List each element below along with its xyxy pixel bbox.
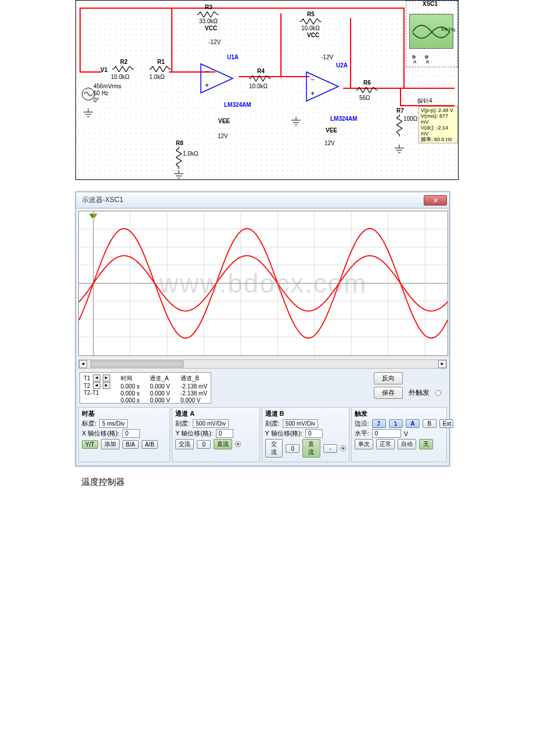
circuit-schematic: XSC1 Ext Trig. A B R3 33.0kΩ VCC R5 10.0… [75, 0, 459, 180]
u1a-n12: -12V [208, 39, 221, 45]
t1-label: T1 [84, 375, 91, 381]
t2-b: -2.138 mV [181, 390, 207, 397]
trig-ext-button[interactable]: Ext [439, 419, 453, 428]
instrument-xsc1[interactable]: XSC1 Ext Trig. A B [406, 1, 458, 67]
probe-label: 探针4 [417, 97, 432, 105]
chb-dc-button[interactable]: 直流 [302, 439, 320, 458]
ch-b-label: B [426, 59, 429, 64]
timebase-scale-input[interactable]: 5 ms/Div [99, 419, 128, 428]
oscilloscope-screen[interactable]: www.bdocx.com [78, 211, 448, 356]
u2a-part: LM324AM [330, 116, 358, 122]
wire [403, 8, 405, 89]
close-button[interactable]: ✕ [424, 195, 447, 206]
source-v1 [82, 88, 95, 100]
timebase-xpos-input[interactable]: 0 [122, 429, 140, 438]
ba-button[interactable]: B/A [122, 440, 139, 449]
ext-trig-label: Ext Trig. [441, 27, 456, 31]
dt-time: 0.000 s [121, 397, 140, 404]
oscilloscope-window: 示波器-XSC1 ✕ [75, 192, 450, 466]
r1-value: 1.0kΩ [149, 74, 164, 80]
cha-scale-input[interactable]: 500 mV/Div [193, 419, 229, 428]
add-button[interactable]: 添加 [101, 439, 120, 449]
ab-button[interactable]: A/B [142, 440, 158, 449]
cursor-readout-panel: T1 ◄ ► T2 ◄ ► T2-T1 时间 0.000 s 0.000 s 0… [80, 372, 211, 404]
svg-text:+: + [205, 81, 209, 89]
chb-title: 通道 B [265, 409, 346, 418]
r8-label: R8 [176, 140, 183, 146]
xpos-label: X 轴位移(格): [82, 429, 120, 438]
u1a-name: U1A [227, 54, 239, 60]
t2-label: T2 [84, 383, 91, 389]
edge-rising-button[interactable]: ⤴ [372, 419, 386, 428]
edge-falling-button[interactable]: ⤵ [389, 419, 403, 428]
save-button[interactable]: 保存 [374, 387, 403, 399]
cha-ypos-label: Y 轴位移(格): [175, 429, 213, 438]
trig-level-input[interactable]: 0 [372, 429, 401, 438]
trig-normal-button[interactable]: 正常 [376, 439, 395, 449]
r4-value: 10.0kΩ [249, 83, 268, 89]
channel-b-panel: 通道 B 刻度: 500 mV/Div Y 轴位移(格): 0 交流 0 直流 … [262, 407, 349, 462]
v1-rms: 456mVrms [93, 83, 121, 89]
xsc1-port-b[interactable] [425, 55, 428, 59]
v1-phase: 0° [93, 97, 99, 103]
chb-scale-input[interactable]: 500 mV/Div [283, 419, 319, 428]
timebase-panel: 时基 标度: 5 ms/Div X 轴位移(格): 0 Y/T 添加 B/A A… [78, 407, 170, 462]
trig-a-button[interactable]: A [406, 419, 420, 428]
wire [400, 88, 401, 105]
chb-invert-button[interactable]: - [323, 444, 337, 453]
trig-auto-button[interactable]: 自动 [398, 439, 416, 449]
probe-vpp: V(p-p): 2.48 V [421, 107, 456, 113]
xsc1-port-a[interactable] [412, 55, 416, 59]
trig-b-button[interactable]: B [423, 419, 436, 428]
scroll-thumb[interactable] [91, 361, 183, 368]
p12b: 12V [324, 140, 335, 146]
t1-left-button[interactable]: ◄ [93, 375, 100, 381]
trigger-panel: 触发 边沿: ⤴ ⤵ A B Ext 水平: 0 V 单次 正常 自动 无 [351, 407, 447, 462]
resistor-r4 [249, 75, 271, 81]
u2a-n12: -12V [321, 54, 333, 60]
cha-dc-button[interactable]: 直流 [214, 439, 232, 449]
ch-a-label: A [413, 59, 416, 64]
u1a-part: LM324AM [224, 102, 251, 108]
trig-single-button[interactable]: 单次 [355, 439, 373, 449]
resistor-r5 [300, 18, 322, 24]
chb-enable-radio[interactable] [340, 445, 346, 451]
svg-text:−: − [311, 75, 315, 84]
chb-ypos-input[interactable]: 0 [305, 429, 323, 438]
cha-enable-radio[interactable] [235, 441, 241, 447]
t1-right-button[interactable]: ► [103, 375, 110, 381]
resistor-r7 [396, 114, 402, 136]
oscilloscope-titlebar[interactable]: 示波器-XSC1 ✕ [76, 192, 449, 208]
svg-text:+: + [311, 89, 315, 98]
r4-label: R4 [257, 68, 265, 74]
resistor-r6 [356, 87, 378, 92]
r8-value: 1.0kΩ [183, 150, 198, 157]
opamp-u1a: −+ [198, 61, 239, 96]
yt-button[interactable]: Y/T [82, 440, 98, 449]
ground-icon [174, 170, 184, 179]
trig-none-button[interactable]: 无 [419, 439, 433, 449]
vcc2-label: VCC [307, 32, 319, 38]
probe-vrms: V(rms): 877 mV [421, 113, 456, 125]
wire [171, 8, 172, 73]
t2-right-button[interactable]: ► [103, 382, 110, 389]
scroll-right-button[interactable]: ► [438, 360, 446, 368]
t2-left-button[interactable]: ◄ [93, 382, 100, 389]
p12a: 12V [218, 133, 228, 139]
r2-value: 10.0kΩ [111, 74, 129, 80]
trig-title: 触发 [355, 409, 443, 418]
cha-ypos-input[interactable]: 0 [216, 429, 233, 438]
chb-zero-button[interactable]: 0 [286, 444, 300, 453]
scale-label: 标度: [82, 419, 96, 428]
xsc1-label: XSC1 [423, 1, 438, 7]
reverse-button[interactable]: 反向 [374, 372, 403, 384]
cha-ac-button[interactable]: 交流 [175, 439, 194, 449]
chb-ac-button[interactable]: 交流 [265, 439, 283, 458]
horizontal-scrollbar[interactable]: ◄ ► [78, 359, 447, 369]
cha-zero-button[interactable]: 0 [197, 440, 211, 449]
time-header: 时间 [121, 375, 140, 383]
probe-freq: 频率: 60.0 Hz [421, 136, 456, 142]
ext-trig-radio[interactable] [435, 390, 441, 396]
edge-label: 边沿: [355, 419, 369, 428]
scroll-left-button[interactable]: ◄ [79, 360, 87, 368]
